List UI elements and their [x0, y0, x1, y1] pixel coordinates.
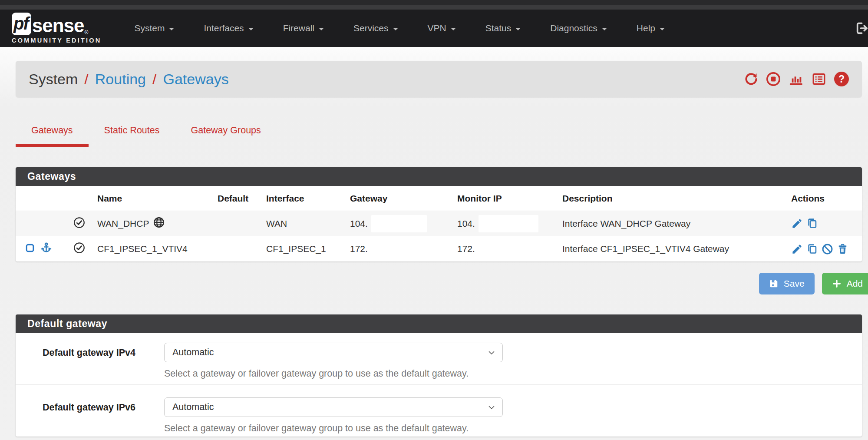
menu-vpn[interactable]: VPN	[413, 18, 471, 39]
pfsense-logo[interactable]: pf sense ® COMMUNITY EDITION	[12, 13, 101, 44]
col-gateway: Gateway	[347, 193, 454, 204]
caret-down-icon	[169, 28, 174, 30]
breadcrumb-link-gateways[interactable]: Gateways	[163, 71, 228, 88]
col-default: Default	[214, 193, 262, 204]
menu-services[interactable]: Services	[339, 18, 413, 39]
check-circle-icon	[73, 217, 85, 231]
selected-value: Automatic	[172, 347, 214, 358]
sign-out-icon[interactable]	[855, 21, 868, 36]
default-gateway-ipv4-row: Default gateway IPv4 Automatic Select a …	[16, 334, 862, 385]
redaction-box	[479, 215, 538, 232]
default-gateway-ipv6-row: Default gateway IPv6 Automatic Select a …	[16, 385, 862, 437]
menu-help[interactable]: Help	[622, 18, 680, 39]
ipv4-help-text: Select a gateway or failover gateway gro…	[164, 368, 469, 379]
menu-firewall[interactable]: Firewall	[268, 18, 339, 39]
copy-icon[interactable]	[806, 243, 818, 255]
gateway-name: CF1_IPSEC_1_VTIV4	[97, 244, 188, 254]
globe-icon	[153, 217, 165, 230]
copy-icon[interactable]	[806, 218, 818, 229]
caret-down-icon	[515, 28, 521, 30]
gateways-table-header: Name Default Interface Gateway Monitor I…	[16, 186, 862, 211]
menu-label: Services	[353, 23, 389, 33]
tab-static-routes[interactable]: Static Routes	[89, 118, 175, 147]
breadcrumb-separator: /	[84, 71, 88, 88]
caret-down-icon	[393, 28, 398, 30]
page-action-icons: ?	[744, 72, 849, 86]
col-actions: Actions	[785, 193, 862, 204]
interface-cell: CF1_IPSEC_1	[262, 244, 347, 254]
menu-label: Firewall	[283, 23, 314, 33]
col-monitor-ip: Monitor IP	[454, 193, 559, 204]
monitor-ip: 104.	[457, 218, 475, 229]
plus-icon	[832, 279, 842, 288]
menu-label: Status	[485, 23, 512, 33]
monitor-ip: 172.	[457, 244, 475, 254]
menu-label: Help	[637, 23, 655, 33]
help-icon[interactable]: ?	[834, 72, 849, 86]
caret-down-icon	[248, 28, 254, 30]
save-icon	[769, 279, 779, 288]
trash-icon[interactable]	[837, 243, 848, 255]
interface-cell: WAN	[262, 218, 347, 229]
tab-gateway-groups[interactable]: Gateway Groups	[175, 118, 276, 147]
add-button[interactable]: Add	[822, 273, 868, 294]
breadcrumb-bar: System / Routing / Gateways	[16, 61, 862, 97]
breadcrumb-separator: /	[152, 71, 156, 88]
main-menu: System Interfaces Firewall Services VPN …	[119, 18, 680, 39]
table-buttons: Save Add	[759, 273, 868, 294]
edit-icon[interactable]	[791, 218, 803, 229]
log-icon[interactable]	[811, 72, 827, 86]
col-interface: Interface	[262, 193, 347, 204]
caret-down-icon	[319, 28, 324, 30]
menu-status[interactable]: Status	[471, 18, 536, 39]
caret-down-icon	[660, 28, 665, 30]
tab-gateways[interactable]: Gateways	[16, 118, 89, 147]
menu-interfaces[interactable]: Interfaces	[189, 18, 268, 39]
table-row-cf1-ipsec: CF1_IPSEC_1_VTIV4 CF1_IPSEC_1 172. 172. …	[16, 236, 862, 261]
refresh-icon[interactable]	[744, 72, 759, 86]
breadcrumb-link-routing[interactable]: Routing	[95, 71, 146, 88]
default-gateway-title: Default gateway	[16, 314, 862, 333]
menu-system[interactable]: System	[119, 18, 189, 39]
menu-label: VPN	[428, 23, 446, 33]
gateway-ip: 172.	[350, 244, 368, 254]
logo-subtitle: COMMUNITY EDITION	[12, 37, 101, 44]
logo-name: sense	[32, 16, 84, 35]
top-navbar: pf sense ® COMMUNITY EDITION System Inte…	[0, 10, 868, 47]
bar-chart-icon[interactable]	[788, 72, 804, 86]
gateway-ip: 104.	[350, 218, 368, 229]
stop-circle-icon[interactable]	[766, 72, 781, 86]
menu-diagnostics[interactable]: Diagnostics	[535, 18, 622, 39]
anchor-icon	[40, 242, 52, 256]
gateways-panel: Gateways Name Default Interface Gateway …	[16, 167, 862, 261]
breadcrumb-section: System	[29, 71, 78, 88]
gateway-name: WAN_DHCP	[97, 218, 149, 229]
ipv6-label: Default gateway IPv6	[43, 402, 135, 413]
checkbox-icon[interactable]	[25, 243, 35, 255]
window-sub-strip	[0, 5, 868, 10]
pf-badge: pf	[12, 13, 31, 35]
breadcrumb: System / Routing / Gateways	[29, 71, 229, 88]
save-button[interactable]: Save	[759, 273, 815, 294]
ipv4-gateway-select[interactable]: Automatic	[164, 343, 503, 362]
ipv6-help-text: Select a gateway or failover gateway gro…	[164, 423, 469, 434]
ban-icon[interactable]	[822, 243, 833, 255]
menu-label: Interfaces	[204, 23, 244, 33]
table-row-wan-dhcp: WAN_DHCP WAN 104. 104. Interface WAN_DHC…	[16, 211, 862, 236]
add-label: Add	[847, 278, 863, 289]
caret-down-icon	[451, 28, 456, 30]
ipv4-label: Default gateway IPv4	[43, 347, 135, 358]
edit-icon[interactable]	[791, 243, 803, 255]
default-gateway-panel: Default gateway Default gateway IPv4 Aut…	[16, 314, 862, 437]
description-cell: Interface WAN_DHCP Gateway	[559, 218, 785, 229]
window-top-strip	[0, 0, 868, 5]
chevron-down-icon	[486, 402, 497, 413]
description-cell: Interface CF1_IPSEC_1_VTIV4 Gateway	[559, 244, 785, 254]
ipv6-gateway-select[interactable]: Automatic	[164, 397, 503, 417]
col-name: Name	[91, 193, 214, 204]
caret-down-icon	[602, 28, 607, 30]
redaction-box	[371, 215, 427, 232]
routing-tabs: Gateways Static Routes Gateway Groups	[16, 118, 277, 147]
selected-value: Automatic	[172, 402, 214, 413]
menu-label: Diagnostics	[550, 23, 597, 33]
